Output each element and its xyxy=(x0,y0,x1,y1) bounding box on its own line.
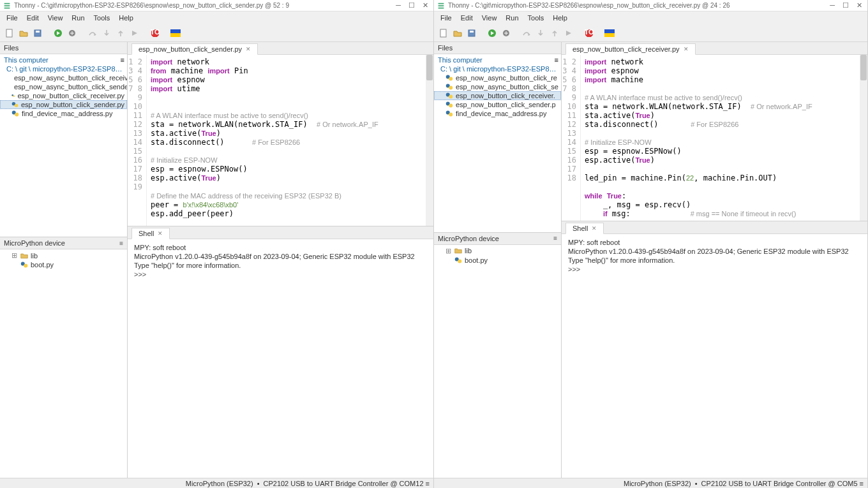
tree-item[interactable]: ⊞ lib xyxy=(434,246,561,256)
editor-tab[interactable]: esp_now_button_click_sender.py ✕ xyxy=(131,43,258,55)
panel-menu-icon[interactable]: ≡ xyxy=(121,56,124,64)
menu-edit[interactable]: Edit xyxy=(457,13,477,23)
menu-file[interactable]: File xyxy=(437,13,456,23)
open-file-icon[interactable] xyxy=(452,27,463,39)
maximize-icon[interactable]: ☐ xyxy=(842,1,849,10)
code-editor[interactable]: 1 2 3 4 5 6 7 8 9 10 11 12 13 14 15 16 1… xyxy=(562,55,867,221)
step-out-icon[interactable] xyxy=(549,27,560,39)
svg-rect-8 xyxy=(170,29,181,33)
files-tree[interactable]: This computer ≡ C: \ git \ micropython-E… xyxy=(434,54,561,232)
debug-icon[interactable] xyxy=(66,27,78,39)
tree-item[interactable]: esp_now_async_button_click_sender.py xyxy=(0,82,127,91)
close-icon[interactable]: ✕ xyxy=(423,1,428,10)
save-file-icon[interactable] xyxy=(32,27,43,39)
step-out-icon[interactable] xyxy=(115,27,126,39)
line-gutter: 1 2 3 4 5 6 7 8 9 10 11 12 13 14 15 16 1… xyxy=(562,55,581,221)
toolbar: STOP xyxy=(0,24,433,42)
run-icon[interactable] xyxy=(52,27,64,39)
close-tab-icon[interactable]: ✕ xyxy=(684,46,689,52)
app-icon xyxy=(3,1,11,10)
status-port[interactable]: CP2102 USB to UART Bridge Controller @ C… xyxy=(701,480,864,487)
stop-icon[interactable]: STOP xyxy=(149,27,161,39)
main-area: Files This computer ≡ C: \ git \ micropy… xyxy=(434,42,867,478)
tree-root[interactable]: This computer xyxy=(434,55,486,64)
save-file-icon[interactable] xyxy=(466,27,477,39)
menu-help[interactable]: Help xyxy=(549,13,571,23)
tree-item[interactable]: esp_now_button_click_receiver.py xyxy=(0,91,127,100)
tree-item[interactable]: esp_now_async_button_click_re xyxy=(434,73,561,82)
panel-menu-icon[interactable]: ≡ xyxy=(555,56,558,64)
panel-menu-icon[interactable]: ≡ xyxy=(553,235,557,242)
tree-item[interactable]: find_device_mac_address.py xyxy=(434,109,561,118)
tree-item[interactable]: esp_now_async_button_click_receiver.py xyxy=(0,73,127,82)
close-tab-icon[interactable]: ✕ xyxy=(246,46,251,52)
status-port[interactable]: CP2102 USB to UART Bridge Controller @ C… xyxy=(263,480,430,487)
minimize-icon[interactable]: ─ xyxy=(830,1,835,10)
maximize-icon[interactable]: ☐ xyxy=(408,1,415,10)
flag-icon[interactable] xyxy=(170,27,181,39)
menu-view[interactable]: View xyxy=(44,13,67,23)
editor-tab[interactable]: esp_now_button_click_receiver.py ✕ xyxy=(565,43,696,55)
panel-menu-icon[interactable]: ≡ xyxy=(119,240,123,247)
shell-tab[interactable]: Shell ✕ xyxy=(565,223,604,234)
editor-scrollbar[interactable] xyxy=(860,55,867,221)
shell-prompt: >>> xyxy=(134,270,148,278)
device-tree[interactable]: ⊞ libboot.py xyxy=(434,245,561,478)
shell-body[interactable]: MPY: soft reboot MicroPython v1.20.0-439… xyxy=(562,234,867,478)
svg-point-15 xyxy=(13,95,15,97)
resume-icon[interactable] xyxy=(129,27,140,39)
resume-icon[interactable] xyxy=(563,27,574,39)
editor-tab-bar: esp_now_button_click_sender.py ✕ xyxy=(128,42,433,55)
svg-point-33 xyxy=(449,77,453,81)
tree-item[interactable]: boot.py xyxy=(0,260,127,269)
minimize-icon[interactable]: ─ xyxy=(396,1,401,10)
close-tab-icon[interactable]: ✕ xyxy=(158,230,163,237)
shell-prompt: >>> xyxy=(568,265,582,273)
menu-file[interactable]: File xyxy=(3,13,22,23)
code-area[interactable]: import network from machine import Pin i… xyxy=(147,55,426,226)
flag-icon[interactable] xyxy=(604,27,615,39)
code-area[interactable]: import network import espnow import mach… xyxy=(581,55,860,221)
close-icon[interactable]: ✕ xyxy=(857,1,862,10)
step-into-icon[interactable] xyxy=(101,27,112,39)
close-tab-icon[interactable]: ✕ xyxy=(592,225,597,232)
svg-rect-3 xyxy=(36,31,40,33)
tree-item[interactable]: esp_now_button_click_sender.py xyxy=(0,100,127,109)
menu-tools[interactable]: Tools xyxy=(90,13,114,23)
status-interpreter[interactable]: MicroPython (ESP32) xyxy=(624,480,691,487)
tree-item[interactable]: esp_now_button_click_sender.p xyxy=(434,100,561,109)
menu-tools[interactable]: Tools xyxy=(524,13,548,23)
shell-body[interactable]: MPY: soft reboot MicroPython v1.20.0-439… xyxy=(128,239,433,478)
step-into-icon[interactable] xyxy=(535,27,546,39)
status-interpreter[interactable]: MicroPython (ESP32) xyxy=(186,480,253,487)
run-icon[interactable] xyxy=(486,27,498,39)
menu-run[interactable]: Run xyxy=(502,13,522,23)
tree-path[interactable]: C: \ git \ micropython-ESP32-ESP8266 \ e… xyxy=(434,64,561,73)
tree-item[interactable]: esp_now_button_click_receiver. xyxy=(434,91,561,100)
code-editor[interactable]: 1 2 3 4 5 6 7 8 9 10 11 12 13 14 15 16 1… xyxy=(128,55,433,226)
step-over-icon[interactable] xyxy=(521,27,532,39)
shell-tab[interactable]: Shell ✕ xyxy=(131,228,170,239)
menu-run[interactable]: Run xyxy=(68,13,88,23)
new-file-icon[interactable] xyxy=(4,27,15,39)
tree-root[interactable]: This computer xyxy=(0,55,52,64)
step-over-icon[interactable] xyxy=(87,27,98,39)
menu-view[interactable]: View xyxy=(478,13,501,23)
new-file-icon[interactable] xyxy=(438,27,449,39)
tree-item[interactable]: boot.py xyxy=(434,256,561,265)
tree-item[interactable]: find_device_mac_address.py xyxy=(0,109,127,118)
svg-point-21 xyxy=(24,264,27,268)
tree-item[interactable]: ⊞ lib xyxy=(0,251,127,260)
tree-path[interactable]: C: \ git \ micropython-ESP32-ESP8266 \ e… xyxy=(0,64,127,73)
menu-help[interactable]: Help xyxy=(115,13,137,23)
device-tree[interactable]: ⊞ libboot.py xyxy=(0,249,127,478)
svg-point-39 xyxy=(449,104,453,108)
files-tree[interactable]: This computer ≡ C: \ git \ micropython-E… xyxy=(0,54,127,237)
tree-item[interactable]: esp_now_async_button_click_se xyxy=(434,82,561,91)
stop-icon[interactable]: STOP xyxy=(583,27,595,39)
menu-edit[interactable]: Edit xyxy=(23,13,43,23)
editor-scrollbar[interactable] xyxy=(426,55,433,226)
open-file-icon[interactable] xyxy=(18,27,29,39)
titlebar: Thonny - C:\git\micropython-ESP32-ESP826… xyxy=(434,0,867,11)
debug-icon[interactable] xyxy=(500,27,512,39)
